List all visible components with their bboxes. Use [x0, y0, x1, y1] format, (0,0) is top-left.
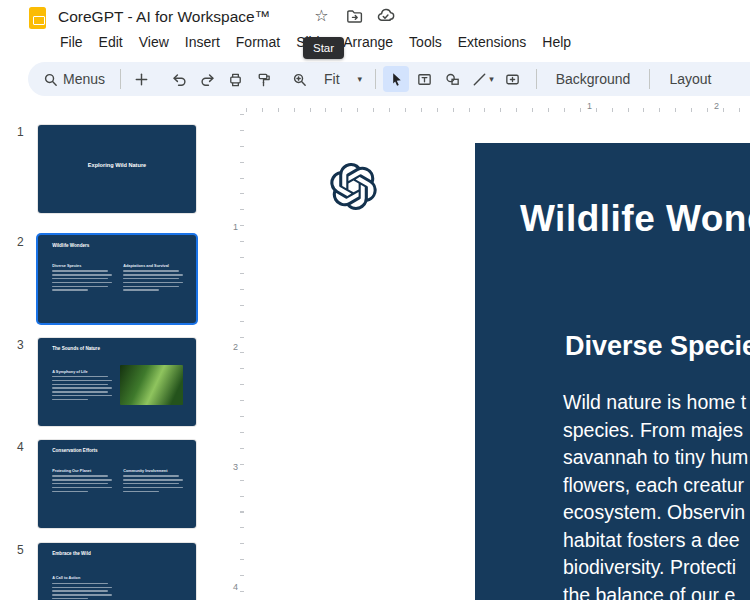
text-box-tool-button[interactable] — [411, 66, 437, 92]
print-icon — [227, 71, 244, 88]
filmstrip-row: 5 Embrace the Wild A Call to Action — [0, 543, 230, 600]
slide-heading-text[interactable]: Diverse Species — [565, 331, 750, 362]
line-icon — [471, 71, 488, 88]
insert-text-box-icon — [504, 71, 521, 88]
slide-stage[interactable]: Wildlife Wonders Diverse Species Wild na… — [475, 143, 750, 600]
slide-body-text[interactable]: Wild nature is home t species. From maje… — [563, 389, 748, 600]
move-to-folder-button[interactable] — [342, 4, 365, 27]
new-slide-button[interactable] — [128, 66, 154, 92]
thumb-column: Protecting Our Planet — [52, 469, 114, 492]
shapes-icon — [444, 71, 461, 88]
line-tool-button[interactable]: ▾ — [467, 66, 498, 92]
body-line: biodiversity. Protecti — [563, 554, 748, 582]
body-line: ecosystem. Observin — [563, 499, 748, 527]
undo-button[interactable] — [166, 66, 192, 92]
thumb-title: Exploring Wild Nature — [38, 162, 196, 168]
insert-placeholder-button[interactable] — [500, 66, 526, 92]
document-title[interactable]: CoreGPT - AI for Workspace™ — [58, 8, 270, 26]
title-bar: CoreGPT - AI for Workspace™ ☆ — [0, 0, 750, 32]
star-button[interactable]: ☆ — [310, 4, 333, 27]
menu-item-arrange[interactable]: Arrange — [335, 31, 401, 53]
slide-number: 4 — [17, 440, 24, 454]
body-line: species. From majes — [563, 417, 748, 445]
undo-icon — [171, 71, 188, 88]
menus-search-button[interactable]: Menus — [38, 66, 113, 92]
thumb-heading: Diverse Species — [52, 264, 114, 268]
save-status-button[interactable] — [374, 4, 397, 27]
thumb-column: A Call to Action — [52, 576, 114, 599]
slide-thumbnail-1[interactable]: Exploring Wild Nature — [38, 125, 196, 213]
chevron-down-icon: ▾ — [489, 74, 494, 84]
zoom-icon — [291, 71, 308, 88]
menu-item-file[interactable]: File — [52, 31, 91, 53]
body-line: savannah to tiny hum — [563, 444, 748, 472]
thumb-heading: Adaptations and Survival — [123, 264, 185, 268]
shape-tool-button[interactable] — [439, 66, 465, 92]
slide-thumbnail-3[interactable]: The Sounds of Nature A Symphony of Life — [38, 338, 196, 426]
slide-number: 3 — [17, 338, 24, 352]
thumb-title: The Sounds of Nature — [52, 346, 100, 351]
menu-item-insert[interactable]: Insert — [177, 31, 228, 53]
slide-thumbnail-5[interactable]: Embrace the Wild A Call to Action — [38, 543, 196, 600]
select-tool-button[interactable] — [383, 66, 409, 92]
menu-item-extensions[interactable]: Extensions — [450, 31, 534, 53]
slides-app-icon[interactable] — [29, 7, 46, 29]
zoom-value: Fit — [320, 71, 344, 87]
toolbar-divider — [649, 69, 650, 89]
body-line: Wild nature is home t — [563, 389, 748, 417]
openai-logo-icon — [330, 163, 377, 210]
print-button[interactable] — [222, 66, 248, 92]
thumb-title: Wildlife Wonders — [52, 243, 89, 248]
slide-number: 1 — [17, 125, 24, 139]
toolbar-divider — [536, 69, 537, 89]
cloud-saved-icon — [376, 6, 395, 25]
body-line: habitat fosters a dee — [563, 527, 748, 555]
thumb-heading: Protecting Our Planet — [52, 469, 114, 473]
slide-thumbnail-2[interactable]: Wildlife Wonders Diverse Species Adaptat… — [38, 235, 196, 323]
thumb-column: Community Involvement — [123, 469, 185, 492]
text-box-icon — [416, 71, 433, 88]
slide-filmstrip: 1 Exploring Wild Nature 2 Wildlife Wonde… — [0, 100, 230, 600]
layout-button[interactable]: Layout — [657, 66, 723, 92]
zoom-button[interactable] — [286, 66, 312, 92]
redo-icon — [199, 71, 216, 88]
editing-canvas: 1 2 1 2 3 4 Wildlife Wonders Diverse Spe… — [230, 100, 750, 600]
menu-item-format[interactable]: Format — [228, 31, 288, 53]
horizontal-ruler: 1 2 — [246, 100, 750, 114]
filmstrip-row: 2 Wildlife Wonders Diverse Species Adapt… — [0, 235, 230, 335]
slide-thumbnail-4[interactable]: Conservation Efforts Protecting Our Plan… — [38, 440, 196, 528]
menu-item-help[interactable]: Help — [534, 31, 579, 53]
toolbar: Menus Fit ▾ — [28, 62, 750, 96]
toolbar-divider — [375, 69, 376, 89]
filmstrip-row: 1 Exploring Wild Nature — [0, 125, 230, 225]
thumb-heading: A Call to Action — [52, 576, 114, 580]
vertical-ruler: 1 2 3 4 — [230, 114, 246, 600]
ruler-number: 1 — [587, 101, 592, 111]
redo-button[interactable] — [194, 66, 220, 92]
thumb-title: Embrace the Wild — [52, 551, 91, 556]
ruler-number: 1 — [233, 222, 238, 232]
slide-title-text[interactable]: Wildlife Wonders — [520, 198, 750, 240]
search-icon — [42, 71, 59, 88]
menus-label: Menus — [59, 71, 109, 87]
zoom-select[interactable]: Fit ▾ — [314, 66, 368, 92]
cursor-arrow-icon — [388, 71, 405, 88]
ruler-number: 2 — [714, 101, 719, 111]
thumb-forest-image — [120, 365, 183, 405]
menu-item-edit[interactable]: Edit — [91, 31, 131, 53]
background-button[interactable]: Background — [544, 66, 643, 92]
chevron-down-icon: ▾ — [358, 74, 363, 84]
star-icon: ☆ — [314, 8, 328, 24]
menu-item-view[interactable]: View — [131, 31, 177, 53]
menu-item-tools[interactable]: Tools — [401, 31, 450, 53]
thumb-title: Conservation Efforts — [52, 448, 97, 453]
filmstrip-row: 3 The Sounds of Nature A Symphony of Lif… — [0, 338, 230, 438]
paint-format-button[interactable] — [250, 66, 276, 92]
slide-number: 2 — [17, 235, 24, 249]
thumb-heading: Community Involvement — [123, 469, 185, 473]
plus-icon — [133, 71, 150, 88]
ruler-number: 3 — [233, 462, 238, 472]
layout-label: Layout — [665, 71, 715, 87]
thumb-heading: A Symphony of Life — [52, 370, 114, 374]
paint-roller-icon — [255, 71, 272, 88]
